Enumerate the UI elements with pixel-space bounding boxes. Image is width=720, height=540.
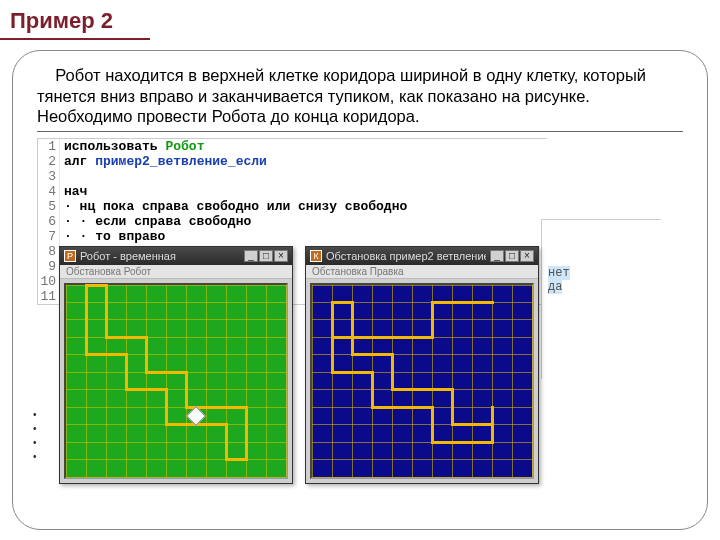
titlebar-green: Р Робот - временная _ □ × <box>60 247 292 265</box>
menubar-green: Обстановка Робот <box>60 265 292 279</box>
minimize-button[interactable]: _ <box>244 250 258 262</box>
maximize-button[interactable]: □ <box>259 250 273 262</box>
close-button[interactable]: × <box>274 250 288 262</box>
titlebar-blue: К Обстановка пример2 ветвление ес… _ □ × <box>306 247 538 265</box>
grid-green <box>66 285 286 477</box>
titlebar-title-green: Робот - временная <box>80 250 240 262</box>
env-icon: К <box>310 250 322 262</box>
minimize-button[interactable]: _ <box>490 250 504 262</box>
titlebar-title-blue: Обстановка пример2 ветвление ес… <box>326 250 486 262</box>
robot-window-blue: К Обстановка пример2 ветвление ес… _ □ ×… <box>305 246 539 484</box>
slide-title: Пример 2 <box>0 0 150 40</box>
maximize-button[interactable]: □ <box>505 250 519 262</box>
task-description: Робот находится в верхней клетке коридор… <box>37 65 683 127</box>
side-line-net: нет <box>548 266 570 280</box>
slide-bullets <box>33 408 37 464</box>
divider <box>37 131 683 132</box>
robot-window-green: Р Робот - временная _ □ × Обстановка Роб… <box>59 246 293 484</box>
side-output: нет да <box>541 219 661 379</box>
robot-icon: Р <box>64 250 76 262</box>
close-button[interactable]: × <box>520 250 534 262</box>
side-line-da: да <box>548 280 562 294</box>
menubar-blue: Обстановка Правка <box>306 265 538 279</box>
grid-blue <box>312 285 532 477</box>
content-frame: Робот находится в верхней клетке коридор… <box>12 50 708 530</box>
